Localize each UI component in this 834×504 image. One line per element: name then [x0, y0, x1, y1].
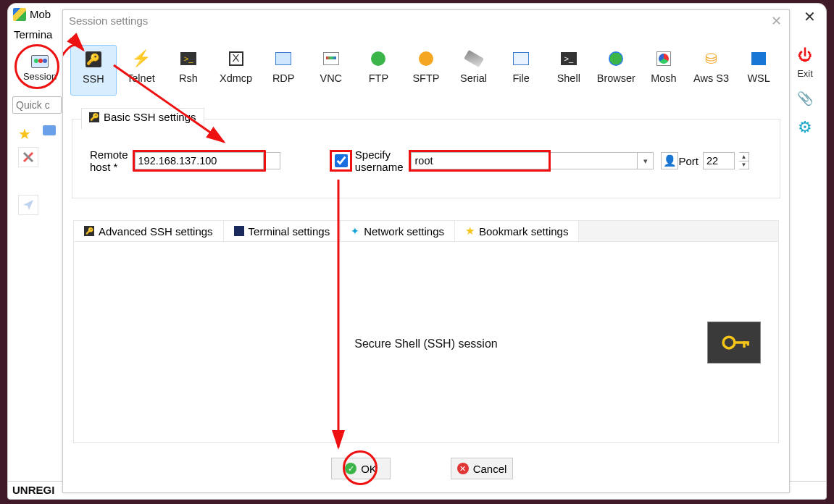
- remote-host-input[interactable]: [135, 152, 264, 169]
- file-icon: [513, 52, 529, 65]
- session-type-vnc[interactable]: VNC: [308, 45, 354, 96]
- session-type-toolbar: 🔑 SSH ⚡ Telnet >_ Rsh Xdmcp RDP VNC: [70, 45, 782, 101]
- svg-rect-2: [743, 341, 746, 348]
- session-settings-dialog: Session settings ✕ 🔑 SSH ⚡ Telnet >_ Rsh…: [62, 9, 790, 493]
- app-title: Mob: [30, 8, 51, 20]
- session-type-rsh[interactable]: >_ Rsh: [165, 45, 212, 96]
- session-type-browser[interactable]: Browser: [593, 45, 640, 96]
- session-type-sftp[interactable]: SFTP: [403, 45, 449, 96]
- sftp-icon: [419, 51, 433, 66]
- session-type-wsl[interactable]: WSL: [735, 45, 782, 96]
- rsh-icon: >_: [180, 52, 196, 65]
- ok-check-icon: ✓: [345, 463, 356, 474]
- port-label: Port: [678, 155, 699, 167]
- annotation-box-host: [133, 150, 266, 172]
- exit-label: Exit: [797, 68, 813, 79]
- tab-network-settings[interactable]: ✦ Network settings: [341, 221, 455, 241]
- wsl-icon: [751, 52, 766, 65]
- favorites-star-icon[interactable]: ★: [18, 125, 31, 143]
- network-icon: ✦: [351, 225, 359, 237]
- tab-advanced-ssh[interactable]: 🔑 Advanced SSH settings: [74, 221, 224, 241]
- ftp-icon: [371, 51, 385, 66]
- unregistered-label: UNREGI: [12, 484, 54, 496]
- username-dropdown-icon[interactable]: ▾: [638, 152, 654, 169]
- shell-icon: >_: [561, 52, 577, 65]
- username-manage-button[interactable]: 👤: [661, 152, 678, 169]
- svg-rect-3: [747, 341, 750, 345]
- menu-bar-fragment[interactable]: Termina: [14, 28, 52, 41]
- session-description: Secure Shell (SSH) session: [74, 337, 778, 350]
- telnet-icon: ⚡: [131, 49, 150, 68]
- tab-terminal-settings[interactable]: Terminal settings: [224, 221, 341, 241]
- port-spinner[interactable]: ▲▼: [739, 152, 749, 169]
- session-type-rdp[interactable]: RDP: [260, 45, 307, 96]
- ssh-small-icon: 🔑: [89, 112, 99, 122]
- annotation-box-checkbox: [330, 150, 352, 172]
- session-icon: [31, 55, 49, 68]
- xdmcp-icon: [229, 51, 243, 66]
- paperclip-icon[interactable]: 📎: [797, 91, 813, 106]
- user-sessions-icon[interactable]: [43, 125, 56, 135]
- advanced-ssh-icon: 🔑: [84, 226, 94, 236]
- mosh-icon: [656, 51, 671, 66]
- session-type-xdmcp[interactable]: Xdmcp: [213, 45, 259, 96]
- browser-icon: [609, 51, 623, 66]
- session-type-telnet[interactable]: ⚡ Telnet: [118, 45, 164, 96]
- terminal-icon: [234, 226, 244, 236]
- session-type-file[interactable]: File: [498, 45, 544, 96]
- cancel-x-icon: ✕: [457, 463, 469, 474]
- serial-icon: [464, 50, 484, 67]
- session-type-aws[interactable]: ⛁ Aws S3: [688, 45, 735, 96]
- annotation-box-username: [409, 150, 551, 172]
- session-type-serial[interactable]: Serial: [451, 45, 497, 96]
- vnc-icon: [323, 52, 339, 65]
- cancel-button[interactable]: ✕ Cancel: [451, 458, 513, 479]
- specify-username-label: Specify username: [355, 148, 404, 173]
- remote-host-label: Remote host *: [90, 148, 128, 173]
- dialog-close-icon[interactable]: ✕: [771, 13, 782, 29]
- ssh-icon: 🔑: [86, 51, 101, 67]
- aws-icon: ⛁: [702, 49, 721, 68]
- sidebar-tools-icon[interactable]: [18, 147, 38, 167]
- ok-button[interactable]: ✓ OK: [331, 458, 391, 479]
- app-logo-icon: [13, 8, 26, 21]
- quick-connect-input[interactable]: [12, 96, 62, 114]
- session-button-label: Session: [23, 71, 57, 82]
- settings-content-pane: Secure Shell (SSH) session: [73, 242, 779, 443]
- basic-ssh-settings-group: 🔑 Basic SSH settings Remote host * Speci…: [72, 119, 780, 198]
- bookmark-star-icon: ★: [465, 224, 475, 238]
- port-input[interactable]: [703, 152, 735, 169]
- basic-ssh-header: 🔑 Basic SSH settings: [81, 108, 204, 130]
- session-type-shell[interactable]: >_ Shell: [546, 45, 592, 96]
- dialog-title: Session settings: [69, 14, 148, 27]
- session-button[interactable]: Session: [20, 46, 59, 91]
- sidebar-send-icon[interactable]: [18, 195, 38, 215]
- rdp-icon: [275, 52, 291, 65]
- power-icon[interactable]: ⏻: [798, 47, 812, 64]
- username-input[interactable]: [411, 152, 549, 169]
- session-type-ssh[interactable]: 🔑 SSH: [70, 45, 117, 96]
- right-toolbar: ⏻ Exit 📎 ⚙: [788, 47, 822, 137]
- gear-icon[interactable]: ⚙: [798, 118, 812, 137]
- session-type-mosh[interactable]: Mosh: [641, 45, 687, 96]
- ssh-key-large-icon: [707, 322, 761, 364]
- main-window: Mob ✕ Termina Session ★ UNREGI ⏻ Exit 📎 …: [7, 3, 827, 500]
- tab-bookmark-settings[interactable]: ★ Bookmark settings: [455, 221, 579, 241]
- session-type-ftp[interactable]: FTP: [356, 45, 402, 96]
- specify-username-checkbox[interactable]: [335, 154, 348, 167]
- close-icon[interactable]: ✕: [804, 8, 816, 25]
- svg-point-0: [723, 337, 735, 348]
- settings-tabs: 🔑 Advanced SSH settings Terminal setting…: [73, 220, 779, 242]
